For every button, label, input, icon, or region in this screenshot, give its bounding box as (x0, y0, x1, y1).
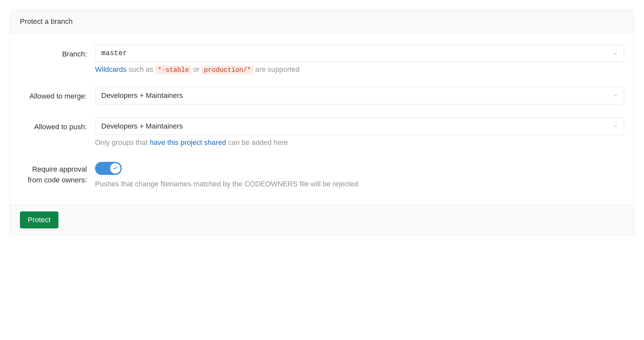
wildcards-link[interactable]: Wildcards (95, 65, 127, 73)
branch-select[interactable]: master (95, 45, 624, 62)
panel-footer: Protect (10, 205, 634, 235)
panel-title: Protect a branch (20, 17, 72, 25)
push-field-wrap: Developers + Maintainers Only groups tha… (95, 117, 624, 147)
push-row: Allowed to push: Developers + Maintainer… (20, 117, 624, 147)
protect-button[interactable]: Protect (20, 211, 58, 228)
panel-body: Branch: master Wildcards such as *-stabl… (10, 33, 634, 205)
branch-hint: Wildcards such as *-stable or production… (95, 65, 624, 74)
merge-label: Allowed to merge: (20, 87, 95, 101)
branch-row: Branch: master Wildcards such as *-stabl… (20, 45, 624, 74)
codeowners-toggle[interactable] (95, 162, 122, 175)
merge-select-value: Developers + Maintainers (101, 91, 183, 100)
merge-select[interactable]: Developers + Maintainers (95, 87, 624, 104)
check-icon (113, 165, 118, 172)
project-shared-link[interactable]: have this project shared (150, 138, 226, 147)
codeowners-hint: Pushes that change filenames matched by … (95, 180, 624, 188)
branch-hint-text1: such as (127, 65, 155, 73)
codeowners-field-wrap: Pushes that change filenames matched by … (95, 160, 624, 188)
branch-hint-text3: are supported (253, 65, 299, 73)
chevron-down-icon (613, 93, 618, 98)
branch-select-value: master (101, 49, 127, 57)
push-select[interactable]: Developers + Maintainers (95, 117, 624, 135)
codeowners-row: Require approval from code owners: Pushe… (20, 160, 624, 188)
panel-header: Protect a branch (10, 10, 634, 33)
push-select-value: Developers + Maintainers (101, 122, 183, 131)
push-label: Allowed to push: (20, 117, 95, 132)
branch-hint-text2: or (191, 65, 202, 73)
protect-branch-panel: Protect a branch Branch: master Wildcard… (10, 10, 634, 235)
branch-label: Branch: (20, 45, 95, 59)
merge-field-wrap: Developers + Maintainers (95, 87, 624, 104)
push-hint: Only groups that have this project share… (95, 138, 624, 147)
push-hint-prefix: Only groups that (95, 138, 150, 147)
toggle-knob (110, 163, 121, 174)
branch-hint-code2: production/* (201, 66, 253, 74)
codeowners-label: Require approval from code owners: (20, 160, 95, 185)
chevron-down-icon (613, 124, 618, 129)
branch-hint-code1: *-stable (155, 66, 191, 74)
chevron-down-icon (613, 51, 618, 56)
branch-field-wrap: master Wildcards such as *-stable or pro… (95, 45, 624, 74)
merge-row: Allowed to merge: Developers + Maintaine… (20, 87, 624, 104)
push-hint-suffix: can be added here (226, 138, 288, 147)
